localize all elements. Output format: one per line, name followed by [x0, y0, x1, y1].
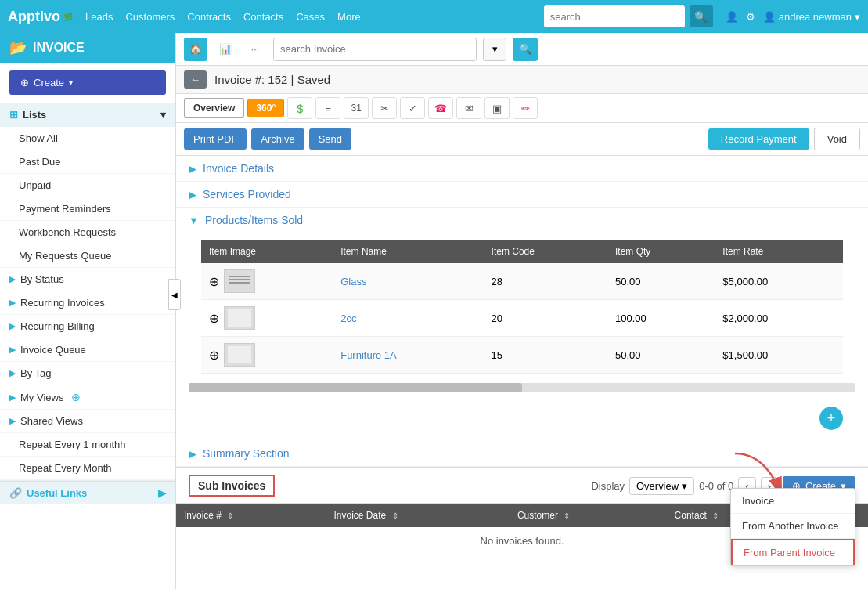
record-payment-button[interactable]: Record Payment — [708, 128, 809, 150]
sidebar-item-show-all[interactable]: Show All — [0, 127, 175, 150]
nav-more[interactable]: More — [337, 11, 361, 23]
more-dots-icon[interactable]: ··· — [243, 38, 267, 61]
sidebar-item-recurring-billing[interactable]: ▶ Recurring Billing — [0, 315, 175, 338]
arrow-right-icon: ▶ — [9, 392, 16, 403]
nav-customers[interactable]: Customers — [125, 11, 175, 23]
notification-icon[interactable]: 👤 — [726, 11, 738, 23]
invoice-search-dropdown[interactable]: ▾ — [483, 38, 506, 61]
products-items-section[interactable]: ▼ Products/Items Sold — [176, 208, 868, 233]
add-view-icon[interactable]: ⊕ — [71, 391, 81, 403]
sidebar-item-repeat-1-month[interactable]: Repeat Every 1 monthh — [0, 433, 175, 457]
home-icon[interactable]: 🏠 — [184, 38, 207, 61]
sidebar-item-unpaid[interactable]: Unpaid — [0, 174, 175, 197]
nav-cases[interactable]: Cases — [296, 11, 325, 23]
tab-dollar[interactable]: $ — [287, 97, 312, 119]
item-code: 20 — [484, 300, 607, 337]
dropdown-item-from-parent-invoice[interactable]: From Parent Invoice — [731, 539, 855, 565]
tab-phone[interactable]: ☎ — [428, 97, 453, 119]
col-invoice-num: Invoice # ⇕ — [176, 504, 326, 527]
invoice-search-input[interactable] — [273, 38, 477, 61]
top-search-bar: 🔍 — [544, 5, 713, 27]
sidebar-item-past-due[interactable]: Past Due — [0, 150, 175, 174]
arrow-right-icon: ▶ — [189, 448, 196, 460]
item-name: Glass — [333, 263, 483, 300]
nav-leads[interactable]: Leads — [85, 11, 113, 23]
sidebar-item-my-views[interactable]: ▶ My Views ⊕ — [0, 385, 175, 410]
tab-scissors[interactable]: ✂ — [372, 97, 397, 119]
useful-links[interactable]: 🔗 Useful Links ▶ — [0, 481, 175, 504]
back-button[interactable]: ← — [184, 70, 207, 89]
services-provided-label: Services Provided — [203, 188, 291, 201]
tab-square[interactable]: ▣ — [484, 97, 510, 119]
sidebar-item-invoice-queue[interactable]: ▶ Invoice Queue — [0, 338, 175, 362]
sidebar-item-shared-views[interactable]: ▶ Shared Views — [0, 410, 175, 433]
lists-header[interactable]: ⊞ Lists ▾ — [0, 103, 175, 127]
arrow-right-icon: ▶ — [9, 345, 16, 355]
tab-check[interactable]: ✓ — [400, 97, 425, 119]
nav-contracts[interactable]: Contracts — [187, 11, 231, 23]
table-row: ⊕ Gl — [201, 263, 843, 300]
dropdown-item-from-another-invoice[interactable]: From Another Invoice — [731, 514, 855, 539]
top-search-button[interactable]: 🔍 — [690, 5, 713, 27]
add-item-button[interactable]: + — [819, 407, 843, 430]
sidebar-item-my-requests-queue[interactable]: My Requests Queue — [0, 244, 175, 268]
sidebar-item-by-status[interactable]: ▶ By Status — [0, 268, 175, 291]
invoice-search-button[interactable]: 🔍 — [513, 38, 538, 61]
sidebar-item-repeat-every-month[interactable]: Repeat Every Month — [0, 457, 175, 480]
dropdown-item-invoice[interactable]: Invoice — [731, 489, 855, 514]
sidebar-item-payment-reminders[interactable]: Payment Reminders — [0, 197, 175, 221]
plus-icon: ⊕ — [20, 77, 29, 89]
display-label: Display — [591, 480, 625, 492]
sidebar-item-workbench-requests[interactable]: Workbench Requests — [0, 221, 175, 244]
invoice-details-section[interactable]: ▶ Invoice Details — [176, 156, 868, 182]
item-rate: $1,500.00 — [715, 337, 843, 374]
user-menu[interactable]: 👤 andrea newman ▾ — [763, 11, 860, 23]
col-item-rate: Item Rate — [715, 240, 843, 263]
item-code: 15 — [484, 337, 607, 374]
grid-icon[interactable]: ⚙ — [746, 11, 755, 23]
item-code: 28 — [484, 263, 607, 300]
tab-edit[interactable]: ✏ — [513, 97, 538, 119]
tab-email[interactable]: ✉ — [456, 97, 481, 119]
print-pdf-button[interactable]: Print PDF — [184, 128, 247, 150]
summary-label: Summary Section — [203, 447, 289, 460]
invoice-details-label: Invoice Details — [203, 162, 274, 175]
create-button[interactable]: ⊕ Create ▾ — [9, 70, 166, 95]
app-logo[interactable]: Apptivo 🌿 — [8, 9, 73, 25]
create-dropdown-popup: Invoice From Another Invoice From Parent… — [730, 488, 855, 566]
col-customer: Customer ⇕ — [510, 504, 667, 527]
sidebar-item-recurring-invoices[interactable]: ▶ Recurring Invoices — [0, 291, 175, 315]
item-name: 2cc — [333, 300, 483, 337]
tab-calendar[interactable]: 31 — [344, 97, 369, 119]
services-provided-section[interactable]: ▶ Services Provided — [176, 182, 868, 208]
sidebar-collapse-button[interactable]: ◀ — [168, 279, 176, 310]
sidebar-item-by-tag[interactable]: ▶ By Tag — [0, 362, 175, 385]
item-image — [224, 306, 255, 330]
invoice-folder-icon: 📂 — [9, 39, 27, 56]
nav-contacts[interactable]: Contacts — [243, 11, 283, 23]
sidebar: 📂 INVOICE ⊕ Create ▾ ⊞ Lists ▾ Show All … — [0, 33, 176, 589]
horizontal-scrollbar[interactable] — [189, 383, 855, 392]
add-row-icon[interactable]: ⊕ — [209, 348, 219, 363]
void-button[interactable]: Void — [814, 128, 860, 150]
add-row-icon[interactable]: ⊕ — [209, 274, 219, 289]
invoice-tabs: Overview 360° $ ≡ 31 ✂ ✓ ☎ ✉ ▣ ✏ — [176, 94, 868, 123]
logo-text: Apptivo — [8, 9, 60, 25]
send-button[interactable]: Send — [309, 128, 351, 150]
tab-360[interactable]: 360° — [247, 99, 284, 117]
nav-icons: 👤 ⚙ 👤 andrea newman ▾ — [726, 11, 860, 23]
top-search-input[interactable] — [544, 5, 685, 27]
tab-overview[interactable]: Overview — [184, 98, 244, 118]
chevron-left-icon: ◀ — [171, 291, 176, 299]
arrow-right-icon: ▶ — [9, 416, 16, 426]
sub-invoices-title: Sub Invoices — [189, 475, 275, 497]
add-row-icon[interactable]: ⊕ — [209, 311, 219, 326]
item-qty: 100.00 — [607, 300, 715, 337]
sidebar-title: INVOICE — [33, 41, 85, 55]
svg-rect-0 — [228, 273, 251, 290]
link-icon: 🔗 — [9, 487, 22, 499]
archive-button[interactable]: Archive — [251, 128, 304, 150]
display-dropdown[interactable]: Overview ▾ — [629, 477, 694, 495]
chart-icon[interactable]: 📊 — [214, 38, 237, 61]
tab-list[interactable]: ≡ — [315, 97, 340, 119]
